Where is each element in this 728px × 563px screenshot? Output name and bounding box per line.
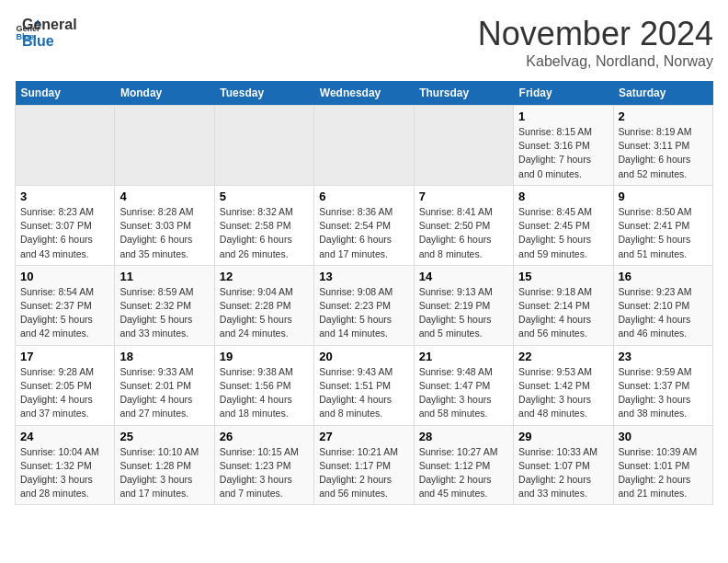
day-info: Sunrise: 9:23 AM Sunset: 2:10 PM Dayligh… [619,285,708,341]
day-number: 18 [119,350,209,363]
day-number: 8 [518,190,608,203]
calendar-week-row: 10Sunrise: 8:54 AM Sunset: 2:37 PM Dayli… [16,265,713,345]
calendar-cell [115,106,214,186]
day-number: 25 [119,430,209,443]
calendar-body: 1Sunrise: 8:15 AM Sunset: 3:16 PM Daylig… [16,106,713,505]
logo: General Blue General Blue [15,15,77,49]
day-info: Sunrise: 10:15 AM Sunset: 1:23 PM Daylig… [220,445,309,501]
calendar-cell: 17Sunrise: 9:28 AM Sunset: 2:05 PM Dayli… [16,345,115,425]
day-info: Sunrise: 9:08 AM Sunset: 2:23 PM Dayligh… [319,285,408,341]
weekday-header-cell: Friday [514,81,613,106]
calendar-cell: 25Sunrise: 10:10 AM Sunset: 1:28 PM Dayl… [115,425,214,505]
day-number: 9 [619,190,708,203]
day-info: Sunrise: 8:23 AM Sunset: 3:07 PM Dayligh… [20,205,109,261]
weekday-header-cell: Sunday [16,81,115,106]
calendar-week-row: 1Sunrise: 8:15 AM Sunset: 3:16 PM Daylig… [16,106,713,186]
calendar-cell: 27Sunrise: 10:21 AM Sunset: 1:17 PM Dayl… [314,425,414,505]
day-info: Sunrise: 8:36 AM Sunset: 2:54 PM Dayligh… [319,205,408,261]
calendar-cell [16,106,115,186]
weekday-header-cell: Monday [115,81,214,106]
calendar-cell: 6Sunrise: 8:36 AM Sunset: 2:54 PM Daylig… [314,185,414,265]
day-info: Sunrise: 9:48 AM Sunset: 1:47 PM Dayligh… [419,365,508,421]
calendar-cell: 11Sunrise: 8:59 AM Sunset: 2:32 PM Dayli… [115,265,214,345]
day-info: Sunrise: 8:54 AM Sunset: 2:37 PM Dayligh… [20,285,109,341]
day-info: Sunrise: 8:32 AM Sunset: 2:58 PM Dayligh… [220,205,309,261]
day-number: 27 [319,430,408,443]
day-number: 20 [319,350,408,363]
day-info: Sunrise: 8:19 AM Sunset: 3:11 PM Dayligh… [619,125,708,181]
calendar-week-row: 24Sunrise: 10:04 AM Sunset: 1:32 PM Dayl… [16,425,713,505]
calendar-cell: 13Sunrise: 9:08 AM Sunset: 2:23 PM Dayli… [314,265,414,345]
calendar-cell: 18Sunrise: 9:33 AM Sunset: 2:01 PM Dayli… [115,345,214,425]
day-number: 28 [419,430,508,443]
day-info: Sunrise: 10:33 AM Sunset: 1:07 PM Daylig… [518,445,608,501]
calendar-cell: 3Sunrise: 8:23 AM Sunset: 3:07 PM Daylig… [16,185,115,265]
calendar-cell: 26Sunrise: 10:15 AM Sunset: 1:23 PM Dayl… [214,425,313,505]
day-info: Sunrise: 9:33 AM Sunset: 2:01 PM Dayligh… [119,365,209,421]
calendar-cell: 19Sunrise: 9:38 AM Sunset: 1:56 PM Dayli… [214,345,313,425]
calendar-cell: 23Sunrise: 9:59 AM Sunset: 1:37 PM Dayli… [613,345,712,425]
day-number: 7 [419,190,508,203]
logo-line1: General [22,17,77,33]
weekday-header-cell: Saturday [613,81,712,106]
weekday-header-cell: Wednesday [314,81,414,106]
calendar-cell: 12Sunrise: 9:04 AM Sunset: 2:28 PM Dayli… [214,265,313,345]
calendar-cell: 20Sunrise: 9:43 AM Sunset: 1:51 PM Dayli… [314,345,414,425]
day-number: 2 [619,109,708,123]
day-number: 12 [220,270,309,283]
calendar-cell: 2Sunrise: 8:19 AM Sunset: 3:11 PM Daylig… [613,106,712,186]
day-info: Sunrise: 8:41 AM Sunset: 2:50 PM Dayligh… [419,205,508,261]
calendar-cell: 16Sunrise: 9:23 AM Sunset: 2:10 PM Dayli… [613,265,712,345]
day-info: Sunrise: 9:38 AM Sunset: 1:56 PM Dayligh… [220,365,309,421]
day-number: 29 [518,430,608,443]
day-info: Sunrise: 8:15 AM Sunset: 3:16 PM Dayligh… [518,125,608,181]
day-info: Sunrise: 8:28 AM Sunset: 3:03 PM Dayligh… [119,205,209,261]
day-number: 14 [419,270,508,283]
weekday-header-cell: Thursday [414,81,513,106]
day-info: Sunrise: 10:27 AM Sunset: 1:12 PM Daylig… [419,445,508,501]
calendar-cell: 9Sunrise: 8:50 AM Sunset: 2:41 PM Daylig… [613,185,712,265]
day-info: Sunrise: 10:10 AM Sunset: 1:28 PM Daylig… [119,445,209,501]
calendar-cell: 21Sunrise: 9:48 AM Sunset: 1:47 PM Dayli… [414,345,513,425]
calendar-week-row: 17Sunrise: 9:28 AM Sunset: 2:05 PM Dayli… [16,345,713,425]
day-number: 13 [319,270,408,283]
calendar-cell: 24Sunrise: 10:04 AM Sunset: 1:32 PM Dayl… [16,425,115,505]
day-info: Sunrise: 9:59 AM Sunset: 1:37 PM Dayligh… [619,365,708,421]
day-info: Sunrise: 8:59 AM Sunset: 2:32 PM Dayligh… [119,285,209,341]
day-number: 19 [220,350,309,363]
day-number: 11 [119,270,209,283]
day-number: 16 [619,270,708,283]
calendar-cell [214,106,313,186]
calendar-cell: 1Sunrise: 8:15 AM Sunset: 3:16 PM Daylig… [514,106,613,186]
day-info: Sunrise: 10:21 AM Sunset: 1:17 PM Daylig… [319,445,408,501]
header: General Blue General Blue November 2024 … [15,15,713,70]
calendar-cell: 29Sunrise: 10:33 AM Sunset: 1:07 PM Dayl… [514,425,613,505]
calendar-cell: 10Sunrise: 8:54 AM Sunset: 2:37 PM Dayli… [16,265,115,345]
calendar-cell: 5Sunrise: 8:32 AM Sunset: 2:58 PM Daylig… [214,185,313,265]
day-info: Sunrise: 9:18 AM Sunset: 2:14 PM Dayligh… [518,285,608,341]
day-info: Sunrise: 9:04 AM Sunset: 2:28 PM Dayligh… [220,285,309,341]
calendar-title: November 2024 [478,15,713,53]
day-info: Sunrise: 9:53 AM Sunset: 1:42 PM Dayligh… [518,365,608,421]
calendar-week-row: 3Sunrise: 8:23 AM Sunset: 3:07 PM Daylig… [16,185,713,265]
title-area: November 2024 Kabelvag, Nordland, Norway [478,15,713,70]
day-number: 15 [518,270,608,283]
day-number: 10 [20,270,109,283]
day-info: Sunrise: 9:13 AM Sunset: 2:19 PM Dayligh… [419,285,508,341]
day-number: 21 [419,350,508,363]
day-number: 4 [119,190,209,203]
calendar-cell: 14Sunrise: 9:13 AM Sunset: 2:19 PM Dayli… [414,265,513,345]
day-number: 5 [220,190,309,203]
calendar-cell: 30Sunrise: 10:39 AM Sunset: 1:01 PM Dayl… [613,425,712,505]
calendar-cell: 15Sunrise: 9:18 AM Sunset: 2:14 PM Dayli… [514,265,613,345]
calendar-subtitle: Kabelvag, Nordland, Norway [478,53,713,70]
day-info: Sunrise: 8:50 AM Sunset: 2:41 PM Dayligh… [619,205,708,261]
day-number: 17 [20,350,109,363]
calendar-cell: 7Sunrise: 8:41 AM Sunset: 2:50 PM Daylig… [414,185,513,265]
day-number: 24 [20,430,109,443]
logo-line2: Blue [22,33,77,50]
calendar-cell: 8Sunrise: 8:45 AM Sunset: 2:45 PM Daylig… [514,185,613,265]
day-info: Sunrise: 10:04 AM Sunset: 1:32 PM Daylig… [20,445,109,501]
weekday-header-row: SundayMondayTuesdayWednesdayThursdayFrid… [16,81,713,106]
day-number: 22 [518,350,608,363]
